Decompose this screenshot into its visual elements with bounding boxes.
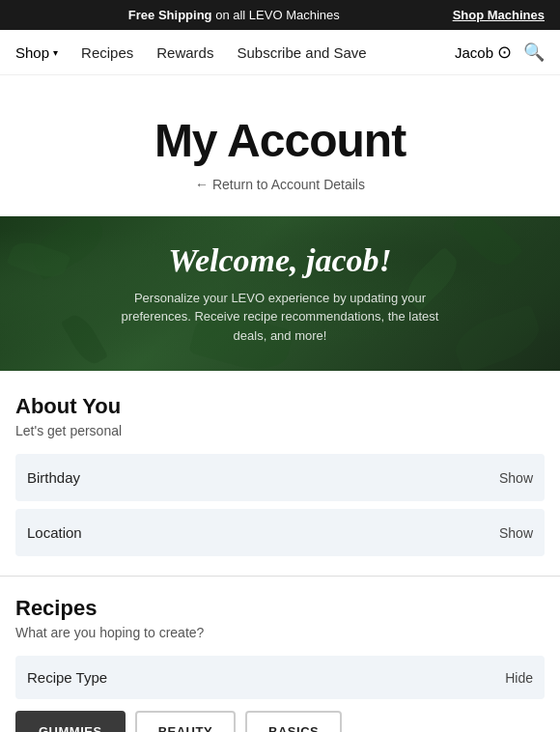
nav-right: Jacob ⊙ 🔍 bbox=[455, 42, 545, 63]
nav-user-menu[interactable]: Jacob ⊙ bbox=[455, 42, 512, 63]
user-icon: ⊙ bbox=[497, 42, 512, 63]
about-you-section: About You Let's get personal Birthday Sh… bbox=[0, 371, 560, 556]
nav-bar: Shop ▾ Recipes Rewards Subscribe and Sav… bbox=[0, 30, 560, 75]
welcome-banner: Welcome, jacob! Personalize your LEVO ex… bbox=[0, 216, 560, 371]
nav-recipes-link[interactable]: Recipes bbox=[81, 44, 133, 61]
free-shipping-suffix: on all LEVO Machines bbox=[215, 8, 340, 22]
birthday-row: Birthday Show bbox=[15, 454, 545, 501]
nav-subscribe-link[interactable]: Subscribe and Save bbox=[237, 44, 366, 61]
page-title: My Account bbox=[19, 114, 541, 167]
recipes-section: Recipes What are you hoping to create? R… bbox=[0, 577, 560, 732]
recipe-type-label: Recipe Type bbox=[27, 669, 107, 686]
recipe-type-buttons: GUMMIES BEAUTY BASICS bbox=[15, 711, 545, 732]
recipe-btn-beauty[interactable]: BEAUTY bbox=[135, 711, 236, 732]
nav-shop-label: Shop bbox=[15, 44, 49, 61]
nav-user-name: Jacob bbox=[455, 44, 493, 61]
welcome-title: Welcome, jacob! bbox=[116, 242, 444, 279]
recipe-btn-gummies[interactable]: GUMMIES bbox=[15, 711, 126, 732]
free-shipping-bold: Free Shipping bbox=[128, 8, 212, 22]
recipe-btn-basics[interactable]: BASICS bbox=[245, 711, 342, 732]
recipe-type-hide-button[interactable]: Hide bbox=[505, 670, 533, 686]
welcome-banner-content: Welcome, jacob! Personalize your LEVO ex… bbox=[97, 242, 463, 346]
return-to-account-link[interactable]: ← Return to Account Details bbox=[195, 177, 365, 192]
nav-left: Shop ▾ Recipes Rewards Subscribe and Sav… bbox=[15, 44, 367, 61]
chevron-down-icon: ▾ bbox=[53, 47, 58, 58]
announcement-text: Free Shipping on all LEVO Machines bbox=[15, 8, 453, 22]
welcome-subtitle: Personalize your LEVO experience by upda… bbox=[116, 289, 444, 346]
nav-rewards-link[interactable]: Rewards bbox=[156, 44, 213, 61]
location-row: Location Show bbox=[15, 509, 545, 556]
birthday-label: Birthday bbox=[27, 469, 80, 486]
recipes-title: Recipes bbox=[15, 596, 545, 621]
nav-shop-dropdown[interactable]: Shop ▾ bbox=[15, 44, 58, 61]
birthday-show-button[interactable]: Show bbox=[499, 470, 533, 486]
recipe-type-row: Recipe Type Hide bbox=[15, 656, 545, 699]
shop-machines-link[interactable]: Shop Machines bbox=[453, 8, 545, 22]
recipes-subtitle: What are you hoping to create? bbox=[15, 625, 545, 640]
announcement-bar: Free Shipping on all LEVO Machines Shop … bbox=[0, 0, 560, 30]
search-icon[interactable]: 🔍 bbox=[523, 42, 545, 63]
location-show-button[interactable]: Show bbox=[499, 525, 533, 541]
location-label: Location bbox=[27, 524, 82, 541]
page-title-section: My Account ← Return to Account Details bbox=[0, 75, 560, 216]
about-you-title: About You bbox=[15, 394, 545, 419]
about-you-subtitle: Let's get personal bbox=[15, 423, 545, 438]
